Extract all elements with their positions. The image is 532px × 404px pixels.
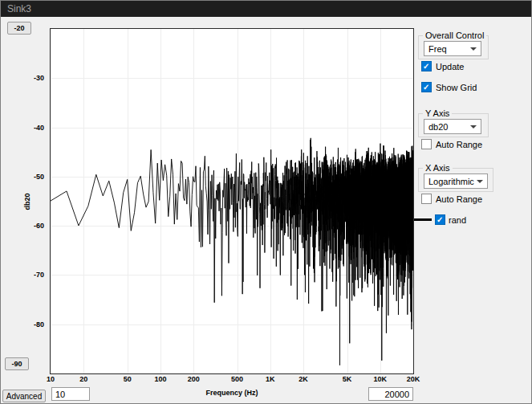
- x-min-input[interactable]: [51, 387, 90, 401]
- show-grid-checkbox[interactable]: [421, 82, 432, 92]
- x-tick-label: 500: [231, 375, 243, 384]
- y-axis-dropdown-value: db20: [428, 122, 448, 132]
- x-auto-range-label: Auto Range: [436, 194, 482, 204]
- x-tick-label: 1K: [266, 375, 275, 384]
- overall-control-value: Freq: [428, 44, 447, 54]
- overall-control-dropdown[interactable]: Freq: [424, 41, 481, 56]
- y-axis-group-label: Y Axis: [423, 108, 452, 119]
- x-axis-dropdown-value: Logarithmic: [428, 177, 474, 186]
- plot-area[interactable]: [50, 28, 414, 374]
- legend-line-swatch: [414, 218, 432, 221]
- x-tick-label: 20K: [407, 375, 420, 384]
- x-tick-label: 50: [124, 375, 132, 384]
- show-grid-label: Show Grid: [436, 83, 477, 92]
- x-tick-label: 100: [154, 375, 166, 384]
- y-tick-label: -50: [34, 172, 44, 182]
- overall-control-group-label: Overall Control: [423, 30, 486, 41]
- y-auto-range-label: Auto Range: [436, 140, 482, 149]
- update-label: Update: [436, 62, 464, 71]
- y-tick-label: -80: [34, 320, 44, 329]
- legend-rand-checkbox[interactable]: [435, 214, 445, 225]
- y-tick-label: -40: [34, 123, 44, 133]
- spectrum-trace-canvas: [51, 29, 413, 373]
- x-tick-label: 20: [79, 375, 87, 384]
- window-title: Sink3: [7, 3, 31, 14]
- update-checkbox[interactable]: [421, 61, 432, 71]
- x-tick-label: 200: [188, 375, 200, 384]
- x-tick-label: 5K: [343, 375, 352, 384]
- x-axis-group: X Axis Logarithmic: [418, 168, 493, 192]
- y-axis-group: Y Axis db20: [418, 113, 489, 137]
- update-row: Update: [421, 61, 464, 71]
- chevron-down-icon: [470, 47, 477, 51]
- advanced-button[interactable]: Advanced: [2, 390, 46, 402]
- x-axis-ticks: 1020501002005001K2K5K10K20K: [51, 375, 413, 385]
- x-max-input[interactable]: [368, 387, 413, 401]
- y-auto-range-row: Auto Range: [421, 139, 482, 149]
- x-axis-dropdown[interactable]: Logarithmic: [424, 173, 488, 189]
- legend-series-label: rand: [449, 215, 466, 225]
- y-tick-label: -30: [34, 73, 44, 83]
- x-tick-label: 2K: [298, 375, 308, 384]
- y-axis-dropdown[interactable]: db20: [424, 119, 481, 134]
- titlebar[interactable]: Sink3: [1, 1, 531, 17]
- x-auto-range-checkbox[interactable]: [421, 194, 432, 204]
- y-tick-label: -70: [34, 270, 44, 280]
- x-auto-range-row: Auto Range: [421, 194, 482, 204]
- x-axis-group-label: X Axis: [423, 162, 453, 173]
- chevron-down-icon: [477, 180, 483, 183]
- y-axis-ticks: -30-40-50-60-70-80: [1, 29, 47, 373]
- x-tick-label: 10K: [374, 375, 388, 384]
- y-tick-label: -60: [34, 221, 44, 231]
- chevron-down-icon: [470, 125, 477, 129]
- x-axis-label: Frequency (Hz): [205, 389, 258, 397]
- sink-window: Sink3 -20 -90 db20 -30-40-50-60-70-80 10…: [0, 0, 532, 404]
- x-tick-label: 10: [47, 375, 55, 384]
- legend-row: rand: [414, 214, 466, 225]
- show-grid-row: Show Grid: [421, 82, 477, 92]
- y-auto-range-checkbox[interactable]: [421, 139, 432, 149]
- overall-control-group: Overall Control Freq: [418, 35, 489, 59]
